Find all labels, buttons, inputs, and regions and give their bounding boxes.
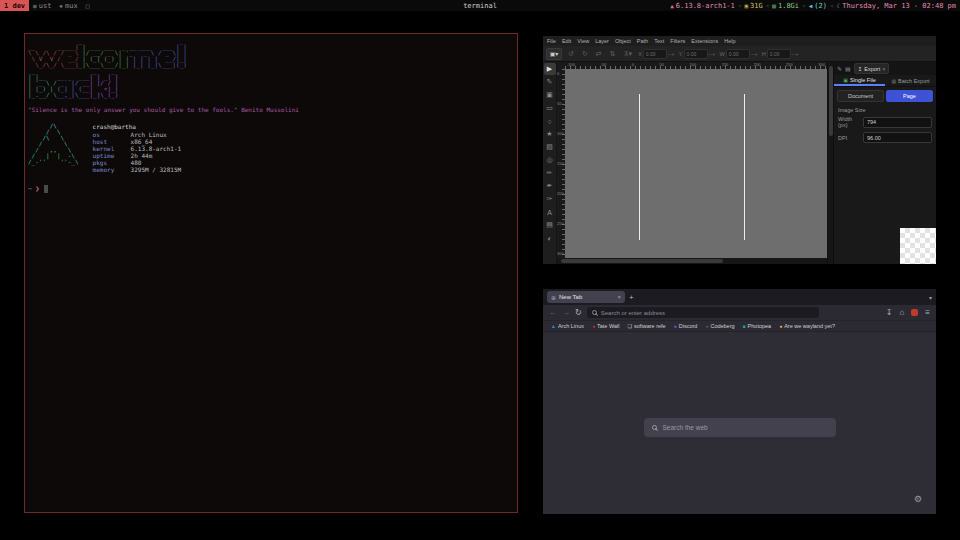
tab-single-file[interactable]: ▣ Single File (834, 75, 885, 86)
tool-spiral[interactable]: ◎ (544, 154, 556, 166)
folder-bookmark-icon: ❏ (627, 323, 631, 329)
download-icon[interactable]: ↧ (886, 308, 893, 317)
reload-icon[interactable]: ↻ (575, 308, 582, 317)
status-clock: ☾Thursday, Mar 13 - 02:48 pm (837, 2, 956, 10)
menu-file[interactable]: File (547, 38, 556, 44)
info-rows: osArch Linuxhostx86_64kernel6.13.8-arch1… (93, 131, 182, 173)
workspace-dev[interactable]: 1 dev (0, 0, 29, 11)
tool-shape-builder[interactable]: ▣ (544, 89, 556, 101)
tool-ellipse[interactable]: ○ (544, 115, 556, 127)
menu-text[interactable]: Text (654, 38, 664, 44)
shell-prompt[interactable]: ~ ❯ (28, 185, 514, 193)
inkscape-window[interactable]: FileEditViewLayerObjectPathTextFiltersEx… (543, 36, 936, 264)
vertical-ruler[interactable]: 050100150200250300 (557, 69, 565, 258)
inkscape-canvas[interactable] (565, 69, 827, 258)
bookmark-3[interactable]: ●Discord (674, 323, 698, 329)
h-input[interactable]: 0.00 (767, 49, 791, 59)
width-input[interactable]: 794 (863, 117, 932, 128)
workspace-ust[interactable]: ◍ust (29, 0, 55, 11)
stepper[interactable]: −+ (792, 51, 799, 57)
workspace-empty[interactable]: □ (82, 0, 94, 11)
horizontal-ruler[interactable]: -100-50050100150200250300 (565, 62, 827, 69)
bookmark-5[interactable]: ■Photopea (743, 323, 772, 329)
home-icon[interactable]: ⌂ (899, 308, 904, 317)
drawn-line-left[interactable] (639, 94, 640, 240)
stepper[interactable]: −+ (751, 51, 758, 57)
tool-star[interactable]: ★ (544, 128, 556, 140)
web-search-input[interactable]: Search the web (644, 418, 836, 437)
separator: < (830, 2, 834, 9)
toolctrl-icon-4[interactable]: ⊼▾ (622, 50, 635, 58)
forward-icon[interactable]: → (562, 308, 570, 317)
bookmark-4[interactable]: ●Codeberg (705, 323, 734, 329)
new-tab-button[interactable]: + (629, 293, 634, 302)
selection-mode-dropdown[interactable]: ▣▾ (546, 48, 562, 60)
browser-window[interactable]: ⊕ New Tab × + ▾ ← → ↻ Search or enter ad… (543, 289, 936, 514)
batch-export-icon: ▦ (891, 78, 896, 84)
menu-filters[interactable]: Filters (670, 38, 685, 44)
stepper[interactable]: −+ (709, 51, 716, 57)
tool-rectangle[interactable]: ▭ (544, 102, 556, 114)
close-icon[interactable]: × (882, 66, 885, 72)
tool-gradient[interactable]: ▤ (544, 219, 556, 231)
menu-icon[interactable]: ≡ (925, 308, 930, 317)
tool-box3d[interactable]: ▧ (544, 141, 556, 153)
terminal-window[interactable]: _ _ __ _____| | ___ ___ _ __ ___ ___ | |… (24, 33, 518, 513)
tab-list-dropdown-icon[interactable]: ▾ (929, 294, 932, 301)
menu-help[interactable]: Help (724, 38, 735, 44)
menu-extensions[interactable]: Extensions (691, 38, 718, 44)
personalize-gear-icon[interactable]: ⚙ (914, 494, 922, 504)
coord-field-w: W0.00−+ (720, 49, 758, 59)
dot-bookmark-icon: ● (779, 323, 782, 329)
toolctrl-icon-2[interactable]: ⇄ (594, 50, 604, 58)
y-input[interactable]: 0.00 (684, 49, 708, 59)
layers-icon[interactable]: ▤ (845, 65, 851, 72)
tool-dropper[interactable]: ◐ (544, 232, 556, 244)
toolctrl-icon-3[interactable]: ⇅ (608, 50, 618, 58)
mux-workspace-icon: ❖ (59, 2, 63, 9)
toolctrl-icon-1[interactable]: ↻ (580, 50, 590, 58)
pencil-icon[interactable]: ✎ (837, 65, 842, 72)
back-icon[interactable]: ← (549, 308, 557, 317)
export-panel-tab[interactable]: ↥ Export × (854, 63, 890, 74)
menu-path[interactable]: Path (637, 38, 648, 44)
menu-view[interactable]: View (577, 38, 589, 44)
bookmark-1[interactable]: ●Tate Wall (592, 323, 619, 329)
x-input[interactable]: 0.00 (643, 49, 667, 59)
tool-node[interactable]: ✎ (544, 76, 556, 88)
drawn-line-right[interactable] (744, 94, 745, 240)
bookmark-0[interactable]: ▲Arch Linux (551, 323, 584, 329)
dpi-input[interactable]: 96.00 (863, 132, 932, 143)
menu-edit[interactable]: Edit (562, 38, 571, 44)
bookmark-2[interactable]: ❏software refe (627, 323, 665, 329)
stepper[interactable]: −+ (668, 51, 675, 57)
bookmark-6[interactable]: ●Are we wayland yet? (779, 323, 835, 329)
new-tab-page: Search the web ⚙ (543, 332, 936, 514)
menu-object[interactable]: Object (615, 38, 631, 44)
width-label: Width (px) (838, 116, 860, 128)
info-host: hostx86_64 (93, 138, 182, 145)
tab-batch-export[interactable]: ▦ Batch Export (885, 75, 936, 86)
document-button[interactable]: Document (837, 90, 884, 102)
ublock-extension-icon[interactable] (911, 309, 918, 316)
fortune-quote: "Silence is the only answer you should g… (28, 106, 514, 113)
dot-bookmark-icon: ● (705, 323, 708, 329)
browser-tab-newtab[interactable]: ⊕ New Tab × (547, 291, 625, 303)
menu-layer[interactable]: Layer (595, 38, 609, 44)
w-input[interactable]: 0.00 (726, 49, 750, 59)
export-panel: ✎ ▤ ↥ Export × ▣ Single File ▦ Ba (833, 62, 936, 264)
page-button[interactable]: Page (886, 90, 933, 102)
tool-pen[interactable]: ✒ (544, 180, 556, 192)
horizontal-scrollbar[interactable] (557, 258, 827, 264)
tab-close-icon[interactable]: × (617, 294, 621, 300)
coord-field-h: H0.00−+ (762, 49, 799, 59)
toolctrl-icon-0[interactable]: ↺ (566, 50, 576, 58)
single-file-icon: ▣ (843, 77, 848, 83)
tool-calligraphy[interactable]: ✑ (544, 193, 556, 205)
workspace-mux[interactable]: ❖mux (55, 0, 81, 11)
url-bar[interactable]: Search or enter address (587, 307, 819, 318)
export-tab-label: Export (864, 66, 880, 72)
tool-selector[interactable]: ▶ (544, 63, 556, 75)
tool-pencil[interactable]: ✏ (544, 167, 556, 179)
tool-text[interactable]: A (544, 206, 556, 218)
